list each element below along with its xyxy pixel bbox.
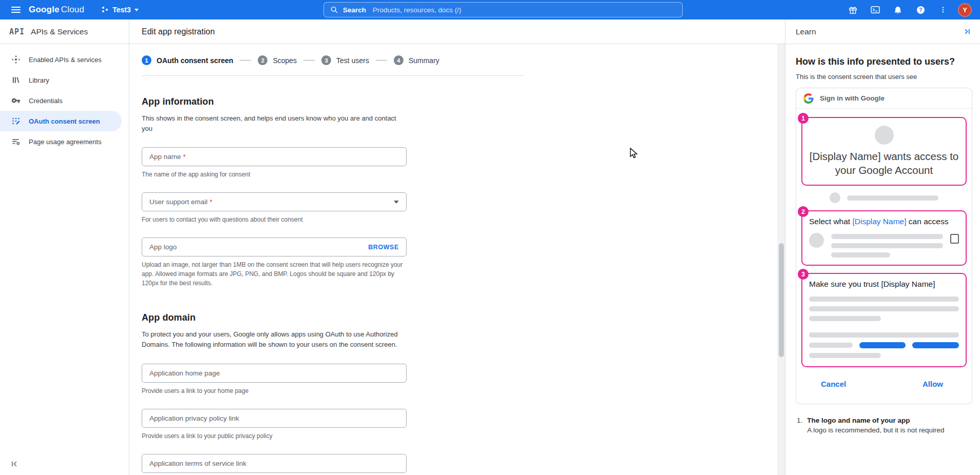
consent-preview-header: Sign in with Google	[796, 88, 972, 109]
placeholder-bar	[809, 343, 853, 348]
app-information-description: This shows in the consent screen, and he…	[142, 113, 407, 134]
top-bar: GoogleCloud Test3 Search Products, resou…	[0, 0, 980, 19]
app-logo-field[interactable]: App logo BROWSE	[142, 237, 407, 256]
app-domain-heading: App domain	[142, 312, 764, 323]
main-header: Edit app registration	[129, 19, 785, 44]
annotation-badge-2: 2	[798, 206, 809, 217]
user-support-email-select[interactable]: User support email*	[142, 192, 407, 211]
more-vertical-icon[interactable]	[934, 1, 952, 18]
privacy-policy-group: Application privacy policy link Provide …	[142, 409, 407, 441]
application-privacy-policy-field[interactable]: Application privacy policy link	[142, 409, 407, 428]
placeholder-bar	[831, 234, 943, 239]
help-icon[interactable]: ?	[912, 1, 929, 18]
enabled-apis-icon	[11, 55, 21, 64]
app-logo-group: App logo BROWSE Upload an image, not lar…	[142, 237, 407, 288]
gift-icon[interactable]	[844, 1, 861, 18]
sidebar-item-credentials[interactable]: Credentials	[0, 90, 122, 111]
search-icon	[330, 6, 338, 14]
placeholder-bar	[809, 296, 959, 302]
library-icon	[11, 75, 21, 85]
user-support-email-group: User support email* For users to contact…	[142, 192, 407, 224]
step-scopes[interactable]: 2 Scopes	[258, 55, 297, 65]
step-summary[interactable]: 4 Summary	[394, 55, 439, 65]
step-separator	[240, 60, 251, 61]
note-title: The logo and name of your app	[807, 417, 944, 424]
user-support-email-helper: For users to contact you with questions …	[142, 215, 407, 224]
annotation-badge-3: 3	[798, 269, 809, 280]
step-separator	[303, 60, 315, 61]
learn-subheading: This is the consent screen that users se…	[796, 73, 972, 81]
home-page-group: Application home page Provide users a li…	[142, 364, 407, 395]
search-placeholder: Products, resources, docs (/)	[373, 6, 462, 14]
search-input[interactable]: Search Products, resources, docs (/)	[323, 2, 683, 17]
learn-panel-header: Learn	[785, 19, 980, 44]
required-asterisk: *	[209, 198, 212, 206]
learn-note-1: 1. The logo and name of your app A logo …	[796, 417, 972, 434]
hamburger-menu-icon[interactable]	[7, 3, 25, 17]
api-logo: API	[9, 27, 25, 36]
application-home-page-field[interactable]: Application home page	[142, 364, 407, 383]
app-name-field[interactable]: App name*	[142, 147, 407, 166]
scope-checkbox-placeholder	[950, 234, 959, 244]
select-access-heading: Select what [Display Name] can access	[809, 217, 959, 226]
browse-button[interactable]: BROWSE	[368, 244, 399, 251]
placeholder-bar	[809, 332, 959, 338]
dropdown-caret-icon[interactable]	[394, 201, 399, 204]
app-information-section: App information This shows in the consen…	[142, 96, 764, 288]
project-name: Test3	[112, 6, 131, 14]
notifications-bell-icon[interactable]	[889, 1, 907, 18]
sidebar-item-library[interactable]: Library	[0, 70, 122, 90]
learn-heading: How is this info presented to users?	[796, 56, 972, 67]
sidebar-item-page-usage-agreements[interactable]: Page usage agreements	[0, 131, 122, 152]
scope-placeholder-row	[809, 233, 959, 258]
search-label: Search	[343, 6, 366, 14]
preview-annotation-2: 2 Select what [Display Name] can access	[801, 210, 967, 266]
cloud-shell-icon[interactable]	[867, 1, 884, 18]
main-content: Edit app registration 1 OAuth consent sc…	[129, 19, 785, 475]
access-request-title: [Display Name] wants access to your Goog…	[809, 149, 959, 177]
app-domain-section: App domain To protect you and your users…	[142, 312, 764, 475]
placeholder-circle	[809, 233, 824, 248]
sidebar-item-enabled-apis[interactable]: Enabled APIs & services	[0, 49, 122, 70]
display-name-link: [Display Name]	[852, 217, 906, 226]
credentials-key-icon	[11, 96, 21, 105]
note-body: A logo is recommended, but it is not req…	[807, 426, 944, 434]
vertical-scrollbar[interactable]	[777, 44, 785, 475]
app-name-group: App name* The name of the app asking for…	[142, 147, 407, 179]
topbar-actions: ? Y	[844, 1, 975, 18]
scrollbar-thumb[interactable]	[779, 243, 784, 357]
collapse-navigation-icon[interactable]	[8, 458, 21, 470]
app-logo-helper: Upload an image, not larger than 1MB on …	[142, 260, 407, 288]
sidebar-header: API APIs & Services	[0, 19, 129, 44]
stepper-divider	[142, 75, 524, 76]
terms-of-service-group: Application terms of service link Provid…	[142, 454, 407, 475]
step-oauth-consent-screen[interactable]: 1 OAuth consent screen	[142, 55, 233, 65]
home-page-helper: Provide users a link to your home page	[142, 386, 407, 395]
google-cloud-logo[interactable]: GoogleCloud	[29, 5, 84, 15]
step-separator	[376, 60, 387, 61]
project-selector[interactable]: Test3	[102, 6, 139, 14]
consent-preview-footer: Cancel Allow	[801, 367, 967, 404]
oauth-consent-icon	[11, 116, 21, 126]
sidebar: API APIs & Services Enabled APIs & servi…	[0, 19, 129, 475]
spacer	[809, 326, 959, 328]
sign-in-with-google-label: Sign in with Google	[820, 94, 885, 102]
placeholder-bar	[809, 316, 881, 321]
sidebar-title: APIs & Services	[31, 27, 88, 36]
blue-link-placeholder	[859, 342, 906, 348]
placeholder-bar	[831, 243, 943, 248]
gcp-console-window: GoogleCloud Test3 Search Products, resou…	[0, 0, 980, 475]
wizard-stepper: 1 OAuth consent screen 2 Scopes 3 Test u…	[142, 55, 764, 65]
page-title: Edit app registration	[142, 27, 215, 36]
placeholder-bar	[831, 252, 890, 258]
sidebar-item-oauth-consent-screen[interactable]: OAuth consent screen	[0, 111, 122, 131]
preview-annotation-1: 1 [Display Name] wants access to your Go…	[801, 117, 967, 186]
application-terms-of-service-field[interactable]: Application terms of service link	[142, 454, 407, 473]
placeholder-bar	[809, 353, 881, 358]
preview-cancel-button: Cancel	[821, 380, 846, 388]
account-placeholder-row	[801, 192, 967, 203]
avatar[interactable]: Y	[958, 3, 972, 17]
collapse-panel-icon[interactable]	[960, 26, 973, 38]
chevron-down-icon	[134, 9, 139, 11]
step-test-users[interactable]: 3 Test users	[321, 55, 369, 65]
